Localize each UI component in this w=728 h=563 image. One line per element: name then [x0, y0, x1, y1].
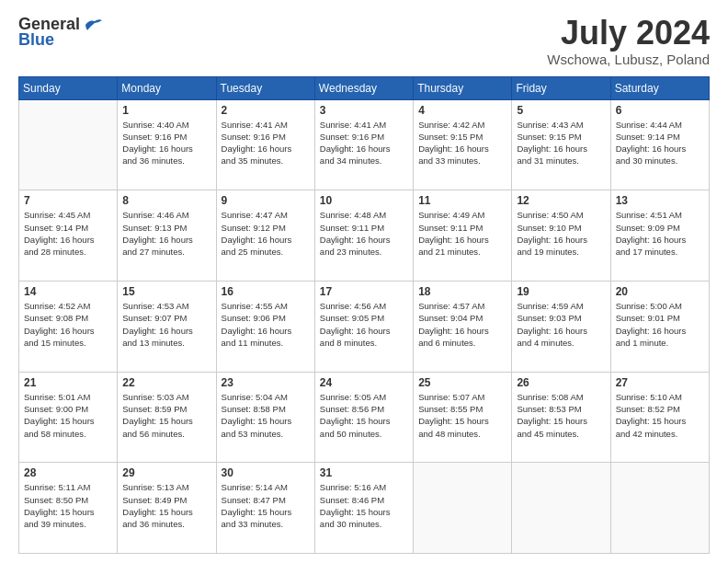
day-number: 18 — [418, 285, 506, 298]
table-cell: 13Sunrise: 4:51 AM Sunset: 9:09 PM Dayli… — [610, 190, 709, 282]
table-cell: 31Sunrise: 5:16 AM Sunset: 8:46 PM Dayli… — [314, 463, 413, 554]
title-month: July 2024 — [547, 15, 710, 52]
cell-info: Sunrise: 5:05 AM Sunset: 8:56 PM Dayligh… — [320, 391, 408, 440]
table-cell: 29Sunrise: 5:13 AM Sunset: 8:49 PM Dayli… — [118, 463, 216, 554]
day-number: 19 — [517, 285, 605, 298]
day-number: 9 — [222, 194, 310, 207]
cell-info: Sunrise: 5:08 AM Sunset: 8:53 PM Dayligh… — [517, 391, 605, 440]
day-number: 22 — [122, 376, 210, 389]
cell-info: Sunrise: 4:48 AM Sunset: 9:11 PM Dayligh… — [320, 209, 408, 258]
day-number: 23 — [222, 376, 310, 389]
cell-info: Sunrise: 4:51 AM Sunset: 9:09 PM Dayligh… — [616, 209, 704, 258]
day-number: 31 — [320, 466, 408, 479]
table-cell: 16Sunrise: 4:55 AM Sunset: 9:06 PM Dayli… — [216, 281, 314, 372]
table-cell: 20Sunrise: 5:00 AM Sunset: 9:01 PM Dayli… — [610, 281, 709, 372]
table-cell — [414, 463, 512, 554]
table-cell: 11Sunrise: 4:49 AM Sunset: 9:11 PM Dayli… — [414, 190, 512, 282]
header-tuesday: Tuesday — [216, 76, 314, 99]
week-row-1: 1Sunrise: 4:40 AM Sunset: 9:16 PM Daylig… — [19, 99, 710, 190]
weekday-header-row: Sunday Monday Tuesday Wednesday Thursday… — [19, 76, 710, 99]
header-monday: Monday — [118, 76, 216, 99]
table-cell: 15Sunrise: 4:53 AM Sunset: 9:07 PM Dayli… — [118, 281, 216, 372]
table-cell: 14Sunrise: 4:52 AM Sunset: 9:08 PM Dayli… — [19, 281, 118, 372]
table-cell: 25Sunrise: 5:07 AM Sunset: 8:55 PM Dayli… — [414, 372, 512, 463]
header: General Blue July 2024 Wschowa, Lubusz, … — [18, 15, 710, 67]
day-number: 12 — [517, 194, 605, 207]
day-number: 4 — [418, 104, 506, 117]
day-number: 5 — [517, 104, 605, 117]
table-cell: 28Sunrise: 5:11 AM Sunset: 8:50 PM Dayli… — [19, 463, 118, 554]
table-cell: 5Sunrise: 4:43 AM Sunset: 9:15 PM Daylig… — [512, 99, 610, 190]
header-friday: Friday — [512, 76, 610, 99]
logo-blue: Blue — [18, 30, 54, 50]
day-number: 6 — [616, 104, 704, 117]
table-cell: 30Sunrise: 5:14 AM Sunset: 8:47 PM Dayli… — [216, 463, 314, 554]
table-cell: 21Sunrise: 5:01 AM Sunset: 9:00 PM Dayli… — [19, 372, 118, 463]
cell-info: Sunrise: 5:07 AM Sunset: 8:55 PM Dayligh… — [418, 391, 506, 440]
day-number: 2 — [222, 104, 310, 117]
day-number: 24 — [320, 376, 408, 389]
cell-info: Sunrise: 4:56 AM Sunset: 9:05 PM Dayligh… — [320, 300, 408, 349]
day-number: 16 — [222, 285, 310, 298]
cell-info: Sunrise: 5:16 AM Sunset: 8:46 PM Dayligh… — [320, 481, 408, 530]
table-cell: 7Sunrise: 4:45 AM Sunset: 9:14 PM Daylig… — [19, 190, 118, 282]
cell-info: Sunrise: 4:53 AM Sunset: 9:07 PM Dayligh… — [122, 300, 210, 349]
cell-info: Sunrise: 5:10 AM Sunset: 8:52 PM Dayligh… — [616, 391, 704, 440]
cell-info: Sunrise: 4:49 AM Sunset: 9:11 PM Dayligh… — [418, 209, 506, 258]
day-number: 29 — [122, 466, 210, 479]
cell-info: Sunrise: 4:57 AM Sunset: 9:04 PM Dayligh… — [418, 300, 506, 349]
cell-info: Sunrise: 5:03 AM Sunset: 8:59 PM Dayligh… — [122, 391, 210, 440]
week-row-4: 21Sunrise: 5:01 AM Sunset: 9:00 PM Dayli… — [19, 372, 710, 463]
table-cell: 18Sunrise: 4:57 AM Sunset: 9:04 PM Dayli… — [414, 281, 512, 372]
cell-info: Sunrise: 4:50 AM Sunset: 9:10 PM Dayligh… — [517, 209, 605, 258]
table-cell: 6Sunrise: 4:44 AM Sunset: 9:14 PM Daylig… — [610, 99, 709, 190]
table-cell: 12Sunrise: 4:50 AM Sunset: 9:10 PM Dayli… — [512, 190, 610, 282]
day-number: 7 — [24, 194, 112, 207]
table-cell: 17Sunrise: 4:56 AM Sunset: 9:05 PM Dayli… — [314, 281, 413, 372]
day-number: 8 — [122, 194, 210, 207]
table-cell: 3Sunrise: 4:41 AM Sunset: 9:16 PM Daylig… — [314, 99, 413, 190]
table-cell: 9Sunrise: 4:47 AM Sunset: 9:12 PM Daylig… — [216, 190, 314, 282]
cell-info: Sunrise: 5:00 AM Sunset: 9:01 PM Dayligh… — [616, 300, 704, 349]
table-cell: 8Sunrise: 4:46 AM Sunset: 9:13 PM Daylig… — [118, 190, 216, 282]
table-cell: 23Sunrise: 5:04 AM Sunset: 8:58 PM Dayli… — [216, 372, 314, 463]
cell-info: Sunrise: 4:46 AM Sunset: 9:13 PM Dayligh… — [122, 209, 210, 258]
cell-info: Sunrise: 4:47 AM Sunset: 9:12 PM Dayligh… — [222, 209, 310, 258]
logo: General Blue — [18, 15, 104, 50]
day-number: 13 — [616, 194, 704, 207]
cell-info: Sunrise: 4:45 AM Sunset: 9:14 PM Dayligh… — [24, 209, 112, 258]
table-cell: 19Sunrise: 4:59 AM Sunset: 9:03 PM Dayli… — [512, 281, 610, 372]
calendar-table: Sunday Monday Tuesday Wednesday Thursday… — [18, 76, 710, 554]
header-thursday: Thursday — [414, 76, 512, 99]
cell-info: Sunrise: 4:41 AM Sunset: 9:16 PM Dayligh… — [222, 119, 310, 167]
cell-info: Sunrise: 4:43 AM Sunset: 9:15 PM Dayligh… — [517, 119, 605, 167]
table-cell: 4Sunrise: 4:42 AM Sunset: 9:15 PM Daylig… — [414, 99, 512, 190]
header-wednesday: Wednesday — [314, 76, 413, 99]
day-number: 21 — [24, 376, 112, 389]
cell-info: Sunrise: 4:42 AM Sunset: 9:15 PM Dayligh… — [418, 119, 506, 167]
logo-bird-icon — [84, 17, 104, 32]
week-row-3: 14Sunrise: 4:52 AM Sunset: 9:08 PM Dayli… — [19, 281, 710, 372]
table-cell: 27Sunrise: 5:10 AM Sunset: 8:52 PM Dayli… — [610, 372, 709, 463]
cell-info: Sunrise: 4:40 AM Sunset: 9:16 PM Dayligh… — [122, 119, 210, 167]
cell-info: Sunrise: 5:04 AM Sunset: 8:58 PM Dayligh… — [222, 391, 310, 440]
cell-info: Sunrise: 4:59 AM Sunset: 9:03 PM Dayligh… — [517, 300, 605, 349]
day-number: 25 — [418, 376, 506, 389]
cell-info: Sunrise: 5:13 AM Sunset: 8:49 PM Dayligh… — [122, 481, 210, 530]
day-number: 3 — [320, 104, 408, 117]
table-cell: 24Sunrise: 5:05 AM Sunset: 8:56 PM Dayli… — [314, 372, 413, 463]
table-cell — [610, 463, 709, 554]
day-number: 11 — [418, 194, 506, 207]
table-cell — [512, 463, 610, 554]
title-location: Wschowa, Lubusz, Poland — [547, 52, 710, 67]
cell-info: Sunrise: 5:01 AM Sunset: 9:00 PM Dayligh… — [24, 391, 112, 440]
table-cell — [19, 99, 118, 190]
table-cell: 1Sunrise: 4:40 AM Sunset: 9:16 PM Daylig… — [118, 99, 216, 190]
header-sunday: Sunday — [19, 76, 118, 99]
cell-info: Sunrise: 4:55 AM Sunset: 9:06 PM Dayligh… — [222, 300, 310, 349]
day-number: 28 — [24, 466, 112, 479]
day-number: 10 — [320, 194, 408, 207]
day-number: 26 — [517, 376, 605, 389]
week-row-2: 7Sunrise: 4:45 AM Sunset: 9:14 PM Daylig… — [19, 190, 710, 282]
cell-info: Sunrise: 5:14 AM Sunset: 8:47 PM Dayligh… — [222, 481, 310, 530]
